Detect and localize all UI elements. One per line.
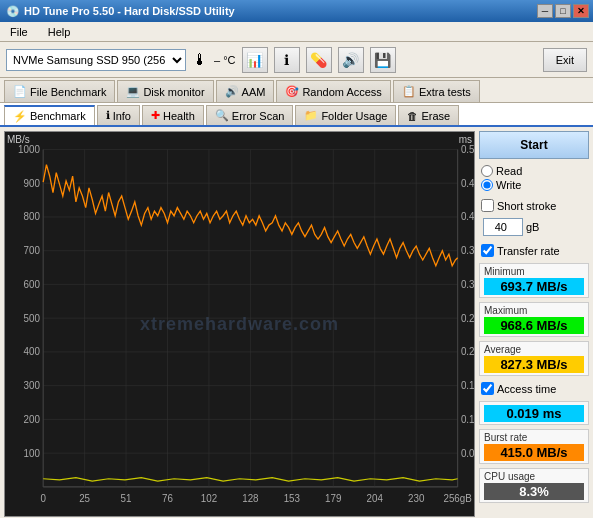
tab-info[interactable]: ℹ Info	[97, 105, 140, 125]
title-bar: 💿 HD Tune Pro 5.50 - Hard Disk/SSD Utili…	[0, 0, 593, 22]
svg-text:0.15: 0.15	[461, 380, 474, 391]
read-radio-label[interactable]: Read	[481, 165, 587, 177]
exit-button[interactable]: Exit	[543, 48, 587, 72]
svg-text:256gB: 256gB	[443, 493, 472, 504]
svg-text:0.10: 0.10	[461, 414, 474, 425]
title-bar-left: 💿 HD Tune Pro 5.50 - Hard Disk/SSD Utili…	[6, 5, 235, 18]
svg-text:1000: 1000	[18, 144, 40, 155]
tab-disk-monitor[interactable]: 💻 Disk monitor	[117, 80, 213, 102]
random-access-icon: 🎯	[285, 85, 299, 98]
drive-select[interactable]: NVMe Samsung SSD 950 (256 gB)	[6, 49, 186, 71]
file-benchmark-icon: 📄	[13, 85, 27, 98]
extra-tests-icon: 📋	[402, 85, 416, 98]
cpu-block: CPU usage 8.3%	[479, 468, 589, 503]
svg-text:800: 800	[24, 211, 41, 222]
disk-monitor-icon: 💻	[126, 85, 140, 98]
app-icon: 💿	[6, 5, 20, 18]
close-button[interactable]: ✕	[573, 4, 589, 18]
transfer-rate-checkbox[interactable]	[481, 244, 494, 257]
read-write-group: Read Write	[479, 163, 589, 193]
read-radio[interactable]	[481, 165, 493, 177]
svg-text:0.35: 0.35	[461, 245, 474, 256]
start-button[interactable]: Start	[479, 131, 589, 159]
aam-icon: 🔊	[225, 85, 239, 98]
short-stroke-row: Short stroke	[479, 197, 589, 214]
tab-error-scan[interactable]: 🔍 Error Scan	[206, 105, 294, 125]
benchmark-chart: 1000 900 800 700 600 500 400 300 200 100…	[5, 132, 474, 516]
menu-file[interactable]: File	[4, 24, 34, 40]
svg-text:0.40: 0.40	[461, 211, 474, 222]
tab-folder-usage[interactable]: 📁 Folder Usage	[295, 105, 396, 125]
svg-text:200: 200	[24, 414, 41, 425]
svg-text:0.25: 0.25	[461, 312, 474, 323]
svg-text:204: 204	[367, 493, 384, 504]
write-radio[interactable]	[481, 179, 493, 191]
svg-text:0.20: 0.20	[461, 346, 474, 357]
menu-bar: File Help	[0, 22, 593, 42]
average-value: 827.3 MB/s	[484, 356, 584, 373]
svg-text:500: 500	[24, 312, 41, 323]
folder-usage-icon: 📁	[304, 109, 318, 122]
access-time-checkbox[interactable]	[481, 382, 494, 395]
svg-text:400: 400	[24, 346, 41, 357]
svg-text:230: 230	[408, 493, 425, 504]
benchmark-tab-icon: ⚡	[13, 110, 27, 123]
svg-text:0.30: 0.30	[461, 279, 474, 290]
cpu-value: 8.3%	[484, 483, 584, 500]
tab-file-benchmark[interactable]: 📄 File Benchmark	[4, 80, 115, 102]
tab-erase[interactable]: 🗑 Erase	[398, 105, 459, 125]
gb-row: gB	[479, 218, 589, 238]
svg-text:76: 76	[162, 493, 173, 504]
tab-random-access[interactable]: 🎯 Random Access	[276, 80, 390, 102]
chart-y-label: MB/s	[7, 134, 30, 145]
health-tab-icon: ✚	[151, 109, 160, 122]
svg-text:100: 100	[24, 447, 41, 458]
chart-container: MB/s ms xtremehardware.com	[4, 131, 475, 517]
menu-help[interactable]: Help	[42, 24, 77, 40]
burst-rate-value: 415.0 MB/s	[484, 444, 584, 461]
info-icon-btn[interactable]: ℹ	[274, 47, 300, 73]
svg-text:700: 700	[24, 245, 41, 256]
transfer-rate-row: Transfer rate	[479, 242, 589, 259]
maximize-button[interactable]: □	[555, 4, 571, 18]
tab-health[interactable]: ✚ Health	[142, 105, 204, 125]
minimize-button[interactable]: ─	[537, 4, 553, 18]
title-bar-controls: ─ □ ✕	[537, 4, 589, 18]
thermometer-icon: 🌡	[192, 51, 208, 69]
tab-benchmark[interactable]: ⚡ Benchmark	[4, 105, 95, 125]
svg-text:900: 900	[24, 177, 41, 188]
svg-text:128: 128	[242, 493, 259, 504]
gb-input[interactable]	[483, 218, 523, 236]
svg-text:0.45: 0.45	[461, 177, 474, 188]
main-content: MB/s ms xtremehardware.com	[0, 127, 593, 518]
svg-text:0: 0	[40, 493, 46, 504]
info-tab-icon: ℹ	[106, 109, 110, 122]
tabs-row1: 📄 File Benchmark 💻 Disk monitor 🔊 AAM 🎯 …	[0, 78, 593, 103]
maximum-value: 968.6 MB/s	[484, 317, 584, 334]
erase-icon: 🗑	[407, 110, 418, 122]
write-radio-label[interactable]: Write	[481, 179, 587, 191]
tabs-row2: ⚡ Benchmark ℹ Info ✚ Health 🔍 Error Scan…	[0, 103, 593, 127]
svg-text:300: 300	[24, 380, 41, 391]
health-icon-btn[interactable]: 💊	[306, 47, 332, 73]
short-stroke-checkbox[interactable]	[481, 199, 494, 212]
svg-text:179: 179	[325, 493, 342, 504]
maximum-block: Maximum 968.6 MB/s	[479, 302, 589, 337]
access-time-block: 0.019 ms	[479, 401, 589, 425]
benchmark-icon-btn[interactable]: 📊	[242, 47, 268, 73]
tab-extra-tests[interactable]: 📋 Extra tests	[393, 80, 480, 102]
tab-aam[interactable]: 🔊 AAM	[216, 80, 275, 102]
svg-text:153: 153	[284, 493, 301, 504]
burst-rate-block: Burst rate 415.0 MB/s	[479, 429, 589, 464]
window-title: HD Tune Pro 5.50 - Hard Disk/SSD Utility	[24, 5, 235, 17]
access-time-value: 0.019 ms	[484, 405, 584, 422]
minimum-value: 693.7 MB/s	[484, 278, 584, 295]
aaa-icon-btn[interactable]: 🔊	[338, 47, 364, 73]
svg-text:0.05: 0.05	[461, 447, 474, 458]
svg-text:25: 25	[79, 493, 90, 504]
svg-text:102: 102	[201, 493, 218, 504]
minimum-block: Minimum 693.7 MB/s	[479, 263, 589, 298]
toolbar: NVMe Samsung SSD 950 (256 gB) 🌡 – °C 📊 ℹ…	[0, 42, 593, 78]
svg-rect-0	[5, 132, 474, 516]
download-icon-btn[interactable]: 💾	[370, 47, 396, 73]
